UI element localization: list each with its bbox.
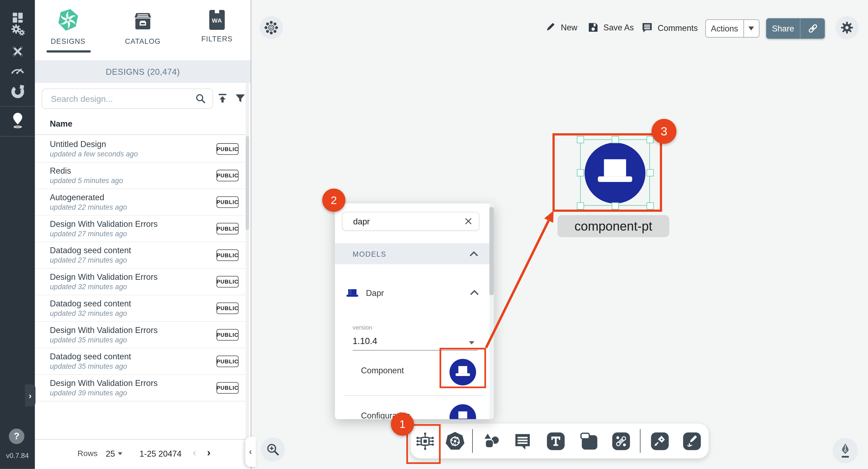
chevron-down-icon [118,453,122,455]
design-search-input[interactable] [50,93,195,104]
popup-search-input[interactable] [352,216,465,226]
selection-handle-e[interactable] [646,169,654,176]
canvas-mesh-menu-button[interactable] [260,16,283,39]
actions-button[interactable]: Actions [705,19,760,38]
add-component-tool[interactable] [415,431,436,452]
design-search-field[interactable] [41,89,213,109]
design-row[interactable]: Datadog seed content updated 35 minutes … [35,348,246,375]
selection-handle-nw[interactable] [577,136,584,143]
tab-catalog[interactable]: CATALOG [110,8,176,59]
settings-button[interactable] [835,16,859,39]
version-label: version [353,324,372,331]
models-section-header[interactable]: MODELS [335,243,494,264]
expand-sidebar-button[interactable]: › [25,384,35,406]
design-row[interactable]: Design With Validation Errors updated 27… [35,215,246,242]
design-row[interactable]: Datadog seed content updated 32 minutes … [35,295,246,322]
design-row[interactable]: Untitled Design updated a few seconds ag… [35,136,246,163]
selection-handle-se[interactable] [646,202,654,209]
version-value: 1.10.4 [353,336,377,346]
chevron-down-icon [469,341,475,344]
collapse-panel-button[interactable]: ‹ [245,437,256,467]
panel-scrollbar-thumb[interactable] [246,136,249,230]
designs-count-header: DESIGNS (20,474) [35,60,251,83]
shapes-tool[interactable] [481,431,502,452]
visibility-badge: PUBLIC [216,196,238,208]
help-button[interactable]: ? [9,428,25,444]
comments-button[interactable]: Comments [641,22,698,34]
pen-path-tool[interactable] [649,431,670,452]
selection-handle-s[interactable] [611,202,619,209]
dapr-model-icon [346,289,359,299]
design-name: Design With Validation Errors [50,325,158,335]
app-version: v0.7.84 [0,452,35,460]
design-row[interactable]: Redis updated 5 minutes ago PUBLIC [35,163,246,189]
save-as-button[interactable]: Save As [587,22,634,33]
pencil-scribble-icon [683,432,702,451]
component-name-label[interactable]: component-pt [558,215,670,237]
design-row[interactable]: Datadog seed content updated 27 minutes … [35,242,246,269]
visibility-badge: PUBLIC [216,170,238,181]
model-row-dapr[interactable]: Dapr [335,282,494,313]
design-name: Datadog seed content [50,352,131,361]
design-updated: updated 32 minutes ago [50,282,127,291]
new-label: New [561,22,578,32]
visibility-badge: PUBLIC [216,382,238,394]
pen-mode-button[interactable] [833,438,858,463]
search-icon [195,93,206,105]
share-button[interactable]: Share [766,18,825,39]
text-tool[interactable] [546,431,566,452]
chevron-up-icon[interactable] [469,251,478,257]
prev-page-button[interactable]: ‹ [193,447,196,459]
nav-lifecycle[interactable] [0,21,35,40]
nav-kanvas[interactable] [0,110,35,131]
new-design-button[interactable]: New [544,21,577,33]
zoom-button[interactable] [261,437,285,462]
design-row[interactable]: Design With Validation Errors updated 35… [35,322,246,348]
kubernetes-tool[interactable] [444,431,465,452]
nav-extensions[interactable] [0,82,35,101]
wasm-filters-icon: WA [209,10,225,30]
rows-per-page-select[interactable]: 25 [106,449,115,459]
next-page-button[interactable]: › [207,447,210,459]
version-select[interactable]: 1.10.4 [353,336,477,350]
design-row[interactable]: Design With Validation Errors updated 32… [35,269,246,295]
upload-icon [216,93,228,105]
tab-filters[interactable]: WA FILTERS [184,8,250,59]
design-name: Redis [50,166,71,175]
design-row[interactable]: Design With Validation Errors updated 39… [35,375,246,402]
nav-performance[interactable] [0,61,35,79]
performance-speedometer-icon [10,64,25,77]
popup-scrollbar-thumb[interactable] [489,207,494,295]
import-design-button[interactable] [214,90,231,107]
configuration-tools-icon [10,44,25,59]
selection-handle-ne[interactable] [646,136,654,143]
component-search-popup: MODELS Dapr version 1.10.4 Component [335,203,494,419]
nav-configuration[interactable] [0,42,35,61]
chevron-up-icon[interactable] [470,290,479,295]
clear-search-icon[interactable] [464,216,472,226]
dapr-configuration-palette-icon[interactable] [450,404,476,419]
selection-handle-w[interactable] [577,169,584,176]
visibility-badge: PUBLIC [216,249,238,261]
active-tab-underline [46,50,91,52]
rows-label: Rows [78,449,98,458]
configuration-item-row[interactable]: Configuration [335,397,494,419]
design-updated: updated 32 minutes ago [50,309,127,317]
rectangle-node-tool[interactable] [579,431,599,452]
visibility-badge: PUBLIC [216,302,238,314]
design-row[interactable]: Autogenerated updated 22 minutes ago PUB… [35,189,246,216]
component-item-row[interactable]: Component [335,352,494,393]
selection-handle-n[interactable] [611,136,619,143]
relationship-edge-tool[interactable] [611,431,631,452]
share-label: Share [766,24,800,33]
popup-search-field[interactable] [342,212,479,231]
selection-handle-sw[interactable] [577,202,584,209]
dapr-hat-icon [459,411,467,419]
comment-tool[interactable] [512,431,533,452]
actions-dropdown-toggle[interactable] [744,27,759,30]
design-updated: updated 39 minutes ago [50,389,127,397]
text-icon [547,432,565,451]
copy-link-button[interactable] [801,23,825,34]
freehand-draw-tool[interactable] [682,431,703,452]
dapr-component-palette-icon[interactable] [450,359,476,386]
